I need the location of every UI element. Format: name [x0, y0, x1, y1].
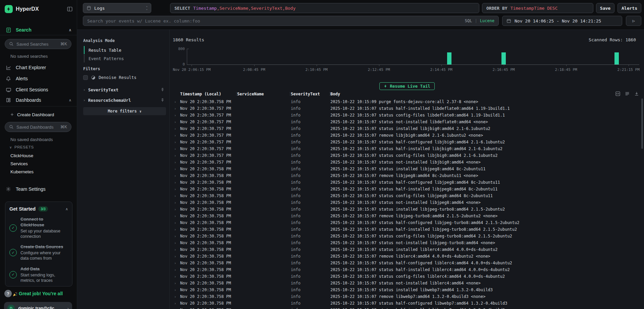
table-row[interactable]: ›Nov 20 2:20:30.758 PMinfo2025-10-22 10:…: [172, 219, 637, 226]
table-row[interactable]: ›Nov 20 2:20:30.757 PMinfo2025-10-22 10:…: [172, 132, 637, 139]
table-row[interactable]: ›Nov 20 2:20:30.758 PMinfo2025-10-22 10:…: [172, 239, 637, 246]
row-expand-chevron-icon[interactable]: ›: [172, 133, 180, 138]
date-range-picker[interactable]: Nov 20 14:06:25 - Nov 20 14:21:25: [502, 16, 622, 26]
table-row[interactable]: ›Nov 20 2:20:30.758 PMinfo2025-10-22 10:…: [172, 300, 637, 307]
chart-plot[interactable]: Nov 20 2:06:15 PM2:08:45 PM2:10:45 PM2:1…: [187, 49, 639, 65]
table-row[interactable]: ›Nov 20 2:20:30.758 PMinfo2025-10-22 10:…: [172, 286, 637, 293]
table-row[interactable]: ›Nov 20 2:20:30.758 PMinfo2025-10-22 10:…: [172, 253, 637, 260]
sidebar-item-chart-explorer[interactable]: Chart Explorer: [0, 64, 77, 71]
table-row[interactable]: ›Nov 20 2:20:30.758 PMinfo2025-10-22 10:…: [172, 307, 637, 309]
select-clause-input[interactable]: SELECT Timestamp,ServiceName,SeverityTex…: [170, 3, 479, 13]
filter-group-resourceschemaurl[interactable]: ›ResourceSchemaUrl: [83, 97, 165, 103]
table-row[interactable]: ›Nov 20 2:20:30.758 PMinfo2025-10-22 10:…: [172, 280, 637, 286]
table-row[interactable]: ›Nov 20 2:20:30.758 PMinfo2025-10-22 10:…: [172, 199, 637, 206]
table-row[interactable]: ›Nov 20 2:20:30.758 PMinfo2025-10-22 10:…: [172, 98, 637, 105]
source-select[interactable]: Logs ⌃⌄: [83, 3, 151, 13]
vertical-scrollbar[interactable]: [641, 98, 643, 149]
row-expand-chevron-icon[interactable]: ›: [172, 301, 180, 306]
table-row[interactable]: ›Nov 20 2:20:30.757 PMinfo2025-10-22 10:…: [172, 139, 637, 145]
row-expand-chevron-icon[interactable]: ›: [172, 187, 180, 191]
column-resize-handle[interactable]: ⋮: [234, 91, 238, 96]
analysis-mode-results-table[interactable]: Results Table: [84, 46, 121, 54]
alerts-button[interactable]: Alerts: [618, 3, 641, 13]
sidebar-collapse-icon[interactable]: [67, 6, 73, 12]
table-row[interactable]: ›Nov 20 2:20:30.758 PMinfo2025-10-22 10:…: [172, 246, 637, 253]
saved-dashboards-input[interactable]: Saved Dashboards ⌘K: [5, 122, 71, 132]
row-expand-chevron-icon[interactable]: ›: [172, 207, 180, 212]
table-row[interactable]: ›Nov 20 2:20:30.758 PMinfo2025-10-22 10:…: [172, 179, 637, 186]
row-expand-chevron-icon[interactable]: ›: [172, 113, 180, 118]
chevron-up-icon[interactable]: ∧: [69, 98, 71, 102]
row-density-icon[interactable]: [625, 91, 630, 96]
row-expand-chevron-icon[interactable]: ›: [172, 127, 180, 131]
row-expand-chevron-icon[interactable]: ›: [172, 295, 180, 299]
row-expand-chevron-icon[interactable]: ›: [172, 234, 180, 238]
row-expand-chevron-icon[interactable]: ›: [172, 241, 180, 245]
histogram-bar[interactable]: [501, 52, 506, 64]
sidebar-item-client-sessions[interactable]: Client Sessions: [0, 86, 77, 93]
table-row[interactable]: ›Nov 20 2:20:30.757 PMinfo2025-10-22 10:…: [172, 152, 637, 159]
table-row[interactable]: ›Nov 20 2:20:30.758 PMinfo2025-10-22 10:…: [172, 260, 637, 266]
get-started-item[interactable]: ✓Add DataStart sending logs, metrics, or…: [9, 266, 68, 283]
row-expand-chevron-icon[interactable]: ›: [172, 248, 180, 252]
table-row[interactable]: ›Nov 20 2:20:30.758 PMinfo2025-10-22 10:…: [172, 192, 637, 199]
table-row[interactable]: ›Nov 20 2:20:30.758 PMinfo2025-10-22 10:…: [172, 233, 637, 239]
preset-item-clickhouse[interactable]: ClickHouse: [10, 153, 33, 158]
language-toggle-sql[interactable]: SQL: [465, 18, 472, 23]
table-row[interactable]: ›Nov 20 2:20:30.757 PMinfo2025-10-22 10:…: [172, 159, 637, 166]
presets-header[interactable]: ∨ PRESETS: [9, 145, 34, 149]
table-row[interactable]: ›Nov 20 2:20:30.758 PMinfo2025-10-22 10:…: [172, 226, 637, 233]
col-servicename[interactable]: ServiceName: [237, 92, 291, 96]
filter-group-severitytext[interactable]: ›SeverityText: [83, 86, 165, 93]
row-expand-chevron-icon[interactable]: ›: [172, 106, 180, 111]
table-row[interactable]: ›Nov 20 2:20:30.758 PMinfo2025-10-22 10:…: [172, 213, 637, 219]
sidebar-item-alerts[interactable]: Alerts: [0, 75, 77, 82]
row-expand-chevron-icon[interactable]: ›: [172, 254, 180, 259]
more-filters-button[interactable]: More filters ∨: [83, 107, 166, 115]
chevron-up-icon[interactable]: ∧: [69, 28, 71, 32]
row-expand-chevron-icon[interactable]: ›: [172, 281, 180, 285]
table-row[interactable]: ›Nov 20 2:20:30.758 PMinfo2025-10-22 10:…: [172, 172, 637, 179]
row-expand-chevron-icon[interactable]: ›: [172, 174, 180, 178]
resume-live-tail-button[interactable]: Resume Live Tail: [379, 82, 434, 90]
get-started-item[interactable]: ✓Create Data SourcesConfigure where your…: [9, 244, 68, 261]
row-expand-chevron-icon[interactable]: ›: [172, 227, 180, 232]
histogram-bar[interactable]: [614, 52, 619, 64]
user-menu[interactable]: D dominic.tran@clic... › dominic.tran@cl…: [4, 302, 72, 309]
row-expand-chevron-icon[interactable]: ›: [172, 153, 180, 158]
row-expand-chevron-icon[interactable]: ›: [172, 268, 180, 272]
chevron-up-icon[interactable]: ∧: [65, 207, 68, 211]
help-button[interactable]: ?: [4, 290, 12, 297]
language-toggle-lucene[interactable]: Lucene: [480, 18, 494, 23]
row-expand-chevron-icon[interactable]: ›: [172, 288, 180, 292]
row-expand-chevron-icon[interactable]: ›: [172, 147, 180, 151]
lucene-search-input[interactable]: Search your events w/ Lucene ex. column:…: [83, 16, 499, 26]
sidebar-item-search[interactable]: Search ∧: [0, 26, 77, 34]
row-expand-chevron-icon[interactable]: ›: [172, 167, 180, 171]
row-expand-chevron-icon[interactable]: ›: [172, 180, 180, 185]
table-row[interactable]: ›Nov 20 2:20:30.758 PMinfo2025-10-22 10:…: [172, 293, 637, 300]
row-expand-chevron-icon[interactable]: ›: [172, 261, 180, 265]
row-expand-chevron-icon[interactable]: ›: [172, 100, 180, 104]
column-resize-handle[interactable]: ⋮: [328, 91, 332, 96]
row-expand-chevron-icon[interactable]: ›: [172, 221, 180, 225]
get-started-item[interactable]: ✓Connect to ClickHouseSet up your databa…: [9, 217, 68, 239]
row-expand-chevron-icon[interactable]: ›: [172, 194, 180, 198]
table-row[interactable]: ›Nov 20 2:20:30.758 PMinfo2025-10-22 10:…: [172, 206, 637, 213]
code-view-icon[interactable]: [615, 91, 621, 96]
col-severitytext[interactable]: SeverityText: [291, 92, 330, 96]
table-row[interactable]: ›Nov 20 2:20:30.758 PMinfo2025-10-22 10:…: [172, 273, 637, 280]
table-row[interactable]: ›Nov 20 2:20:30.758 PMinfo2025-10-22 10:…: [172, 166, 637, 172]
row-expand-chevron-icon[interactable]: ›: [172, 308, 180, 309]
pin-icon[interactable]: [160, 88, 165, 92]
denoise-results-toggle[interactable]: Denoise Results: [83, 75, 137, 80]
preset-item-services[interactable]: Services: [10, 161, 28, 166]
table-row[interactable]: ›Nov 20 2:20:30.757 PMinfo2025-10-22 10:…: [172, 125, 637, 132]
denoise-checkbox[interactable]: [83, 75, 88, 80]
table-row[interactable]: ›Nov 20 2:20:30.757 PMinfo2025-10-22 10:…: [172, 105, 637, 112]
table-row[interactable]: ›Nov 20 2:20:30.758 PMinfo2025-10-22 10:…: [172, 186, 637, 192]
col-body[interactable]: Body: [330, 92, 637, 96]
row-expand-chevron-icon[interactable]: ›: [172, 160, 180, 165]
saved-searches-input[interactable]: Saved Searches ⌘K: [5, 39, 71, 49]
table-row[interactable]: ›Nov 20 2:20:30.757 PMinfo2025-10-22 10:…: [172, 145, 637, 152]
